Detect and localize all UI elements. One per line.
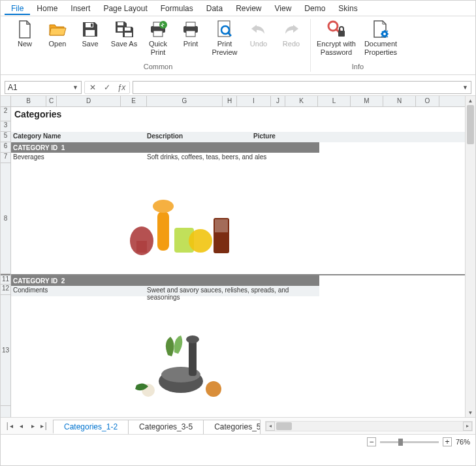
svg-point-25 <box>189 229 212 253</box>
table-row[interactable]: Condiments Sweet and savory sauces, reli… <box>11 286 319 296</box>
menu-data[interactable]: Data <box>200 2 229 15</box>
category-id-bar[interactable]: CATEGORY ID 2 <box>11 275 319 286</box>
sheet-tab[interactable]: Categories_5 <box>203 420 261 434</box>
menu-file[interactable]: File <box>5 2 30 15</box>
tab-prev-icon[interactable]: ◂ <box>16 422 25 429</box>
table-row[interactable]: Beverages Soft drinks, coffees, teas, be… <box>11 153 319 163</box>
svg-rect-2 <box>91 23 93 27</box>
category-id-bar[interactable]: CATEGORY ID 1 <box>11 142 319 153</box>
new-button[interactable]: New <box>8 19 41 50</box>
zoom-slider[interactable] <box>380 441 439 443</box>
scroll-right-icon[interactable]: ▸ <box>463 422 472 431</box>
vertical-scrollbar[interactable]: ▲ ▼ <box>465 96 475 417</box>
sheet-tab[interactable]: Categories_1-2 <box>53 420 129 434</box>
column-header[interactable]: G <box>147 96 223 106</box>
row-header[interactable]: 12 <box>1 285 10 295</box>
menu-skins[interactable]: Skins <box>332 2 364 15</box>
column-header[interactable]: N <box>383 96 416 106</box>
ribbon: New Open Save Save As Quick Print Print <box>1 16 475 75</box>
sheet-tab[interactable]: Categories_3-5 <box>128 420 204 434</box>
scrollbar-thumb[interactable] <box>467 105 474 144</box>
menu-view[interactable]: View <box>268 2 298 15</box>
open-button[interactable]: Open <box>41 19 74 50</box>
encrypt-button[interactable]: Encrypt with Password <box>313 19 359 57</box>
column-header[interactable]: E <box>121 96 147 106</box>
svg-rect-1 <box>86 30 95 36</box>
column-header[interactable]: M <box>351 96 383 106</box>
undo-button[interactable]: Undo <box>242 19 275 50</box>
cell-description: Soft drinks, coffees, teas, beers, and a… <box>145 153 315 163</box>
scrollbar-thumb[interactable] <box>276 422 292 430</box>
column-header[interactable]: K <box>285 96 318 106</box>
menu-home[interactable]: Home <box>30 2 64 15</box>
column-headers: B C D E G H I J K L M N O <box>1 96 475 107</box>
tab-first-icon[interactable]: │◂ <box>5 422 14 429</box>
sheet-title-cell[interactable]: Categories <box>14 109 61 119</box>
zoom-in-button[interactable]: + <box>443 437 452 446</box>
picture-cell[interactable] <box>103 172 246 264</box>
ribbon-group-title-info: Info <box>352 61 364 72</box>
chevron-down-icon[interactable]: ▼ <box>462 84 468 91</box>
svg-rect-13 <box>186 31 195 37</box>
column-header[interactable]: J <box>271 96 285 106</box>
zoom-slider-thumb[interactable] <box>398 439 403 446</box>
scroll-down-icon[interactable]: ▼ <box>466 408 475 417</box>
print-button[interactable]: Print <box>174 19 207 50</box>
menu-review[interactable]: Review <box>229 2 268 15</box>
quick-print-button[interactable]: Quick Print <box>142 19 174 57</box>
save-button[interactable]: Save <box>74 19 106 50</box>
redo-button[interactable]: Redo <box>275 19 308 50</box>
tab-last-icon[interactable]: ▸│ <box>40 422 49 429</box>
row-header[interactable]: 8 <box>1 163 10 274</box>
scroll-up-icon[interactable]: ▲ <box>466 96 475 105</box>
zoom-level[interactable]: 76% <box>456 438 470 446</box>
zoom-out-button[interactable]: − <box>367 437 376 446</box>
spreadsheet-area: B C D E G H I J K L M N O 2 3 5 6 7 8 11… <box>1 96 475 418</box>
row-header[interactable]: 11 <box>1 274 10 285</box>
save-as-button[interactable]: Save As <box>106 19 142 50</box>
column-header[interactable]: D <box>57 96 121 106</box>
col-label: Picture <box>251 132 317 142</box>
beverages-image <box>103 172 246 264</box>
status-bar: − + 76% <box>1 435 475 449</box>
column-header[interactable]: H <box>223 96 237 106</box>
cell-category-name: Condiments <box>11 286 145 296</box>
picture-cell[interactable] <box>103 316 246 407</box>
menu-insert[interactable]: Insert <box>64 2 97 15</box>
menu-page-layout[interactable]: Page Layout <box>97 2 153 15</box>
doc-properties-button[interactable]: Document Properties <box>359 19 402 57</box>
row-header[interactable]: 6 <box>1 142 10 153</box>
svg-rect-22 <box>157 211 169 251</box>
row-header[interactable]: 2 <box>1 107 10 121</box>
column-header[interactable]: B <box>11 96 46 106</box>
row-header[interactable]: 7 <box>1 153 10 163</box>
cell-grid[interactable]: Categories Category Name Description Pic… <box>11 107 475 417</box>
menu-demo[interactable]: Demo <box>298 2 332 15</box>
scroll-left-icon[interactable]: ◂ <box>266 422 275 431</box>
svg-rect-27 <box>215 219 228 232</box>
accept-formula-button[interactable]: ✓ <box>101 82 114 93</box>
menu-formulas[interactable]: Formulas <box>154 2 200 15</box>
name-box[interactable]: A1 ▼ <box>5 81 82 94</box>
cell-description: Sweet and savory sauces, relishes, sprea… <box>145 286 315 296</box>
svg-point-33 <box>206 381 221 397</box>
fx-button[interactable]: ƒx <box>115 82 128 93</box>
tab-next-icon[interactable]: ▸ <box>28 422 37 429</box>
column-header[interactable]: L <box>318 96 351 106</box>
print-preview-button[interactable]: Print Preview <box>207 19 242 57</box>
select-all-corner[interactable] <box>1 96 11 106</box>
column-header[interactable]: C <box>46 96 57 106</box>
svg-point-31 <box>186 335 199 343</box>
row-header[interactable]: 5 <box>1 132 10 142</box>
svg-rect-17 <box>338 31 345 37</box>
column-header[interactable]: I <box>237 96 271 106</box>
ribbon-group-info: Encrypt with Password Document Propertie… <box>311 19 405 72</box>
svg-rect-30 <box>189 341 197 376</box>
row-header[interactable]: 3 <box>1 121 10 132</box>
horizontal-scrollbar[interactable]: ◂ ▸ <box>265 421 473 431</box>
column-header[interactable]: O <box>416 96 439 106</box>
cancel-formula-button[interactable]: ✕ <box>86 82 99 93</box>
formula-input[interactable]: ▼ <box>133 81 471 94</box>
row-header[interactable]: 13 <box>1 295 10 406</box>
condiments-image <box>103 316 246 407</box>
